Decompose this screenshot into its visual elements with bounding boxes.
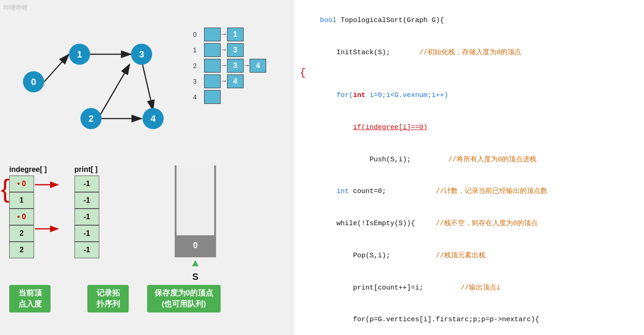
code-line-2: InitStack(S); //初始化栈，存储入度为0的顶点 (303, 37, 635, 69)
indegree-cell-1: 1 (9, 192, 34, 209)
stack-area: 0 ▲ S (175, 165, 216, 282)
adj-cell-1 (204, 43, 221, 57)
adj-row-3: 3 → 4 (193, 74, 285, 88)
adj-index-4: 4 (193, 93, 202, 101)
adj-cell-2 (204, 59, 221, 73)
left-panel: 哔哩哔哩 0 1 2 3 4 (0, 0, 294, 335)
adj-cell-0 (204, 28, 221, 41)
code-line-10: for(p=G.vertices[i].firstarc;p;p=p->next… (303, 304, 635, 335)
adj-index-3: 3 (193, 78, 202, 85)
code-line-3: { for(int i=0;i<G.vexnum;i++) (303, 69, 635, 112)
indegree-array: indegree[ ] { • 0 1 • 0 2 2 (9, 165, 47, 258)
adj-row-4: 4 (193, 90, 285, 104)
arrow-2 (35, 223, 63, 234)
indegree-cell-4: 2 (9, 242, 34, 258)
adj-row-0: 0 → 1 (193, 28, 285, 41)
print-cell-2: -1 (74, 209, 99, 225)
arrays-row: indegree[ ] { • 0 1 • 0 2 2 (9, 165, 99, 258)
adj-value-2-1: 3 (227, 59, 244, 73)
node-1: 1 (69, 44, 90, 65)
adj-value-2-2: 4 (250, 59, 266, 73)
code-line-8: Pop(S,i); //栈顶元素出栈 (303, 240, 635, 272)
adj-value-3-1: 4 (227, 74, 244, 88)
code-line-1: bool TopologicalSort(Graph G){ (303, 5, 635, 37)
stack-arrow-icon: ▲ (192, 257, 199, 270)
node-0: 0 (23, 71, 44, 92)
green-label-indegree: 当前顶点入度 (9, 285, 51, 312)
arrow-0 (35, 179, 63, 190)
print-cell-0: -1 (74, 176, 99, 192)
adjacency-list: 0 → 1 1 → 3 2 → 3 → 4 3 → 4 (193, 28, 285, 106)
watermark: 哔哩哔哩 (4, 4, 28, 12)
adj-index-2: 2 (193, 62, 202, 69)
svg-line-4 (142, 64, 153, 110)
adj-row-1: 1 → 3 (193, 43, 285, 57)
adj-value-1-1: 3 (227, 43, 244, 57)
indegree-cell-3: 2 (9, 225, 34, 242)
indegree-cell-2: • 0 (9, 209, 34, 225)
node-3: 3 (131, 44, 152, 65)
green-labels-row: 当前顶点入度 记录拓扑序列 保存度为0的顶点(也可用队列) (9, 285, 221, 312)
svg-line-2 (100, 64, 130, 115)
adj-cell-3 (204, 74, 221, 88)
adj-cell-4 (204, 90, 221, 104)
green-label-print: 记录拓扑序列 (87, 285, 129, 312)
stack-item-0: 0 (177, 235, 214, 256)
green-label-stack: 保存度为0的顶点(也可用队列) (147, 285, 221, 312)
print-array: print[ ] -1 -1 -1 -1 -1 (74, 165, 99, 258)
stack-container: 0 (175, 165, 216, 257)
print-cell-3: -1 (74, 225, 99, 242)
adj-index-0: 0 (193, 31, 202, 38)
adj-row-2: 2 → 3 → 4 (193, 59, 285, 73)
right-panel: bool TopologicalSort(Graph G){ InitStack… (294, 0, 644, 335)
print-cell-4: -1 (74, 242, 99, 258)
print-label: print[ ] (74, 165, 99, 174)
code-line-6: int count=0; //计数，记录当前已经输出的顶点数 (303, 176, 635, 208)
svg-line-0 (44, 54, 69, 82)
indegree-cell-0: • 0 (9, 176, 34, 192)
graph-area: 0 1 2 3 4 (9, 18, 184, 138)
code-line-5: Push(S,i); //将所有入度为0的顶点进栈 (303, 143, 635, 176)
stack-label: S (192, 272, 198, 282)
node-4: 4 (142, 108, 164, 129)
node-2: 2 (80, 108, 102, 129)
code-line-9: print[count++]=i; //输出顶点i (303, 272, 635, 304)
adj-value-0-1: 1 (227, 28, 244, 41)
adj-index-1: 1 (193, 46, 202, 54)
print-cell-1: -1 (74, 192, 99, 209)
code-line-7: while(!IsEmpty(S)){ //栈不空，则存在入度为0的顶点 (303, 208, 635, 240)
indegree-label: indegree[ ] (9, 165, 47, 174)
code-line-4: if(indegree[i]==0) (303, 112, 635, 144)
